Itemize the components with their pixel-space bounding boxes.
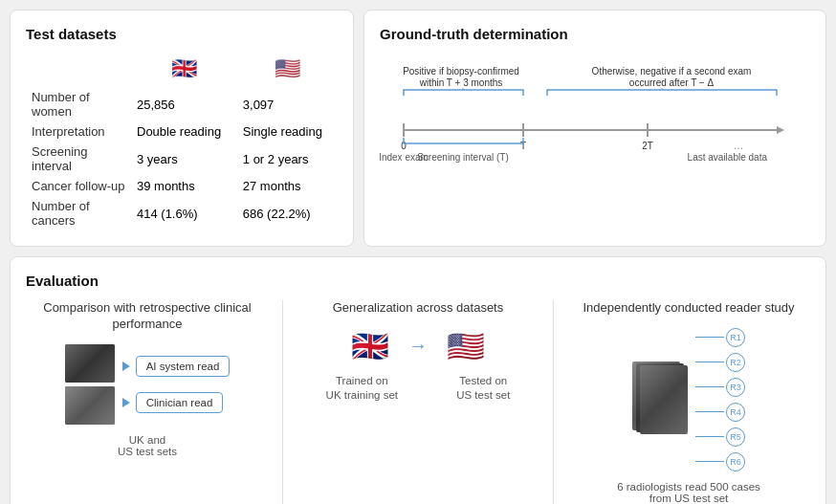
reader-study-section: Independently conducted reader study R1 … [567, 300, 810, 504]
us-flag: 🇺🇸 [237, 54, 338, 87]
row-us-0: 3,097 [237, 87, 338, 121]
row-us-1: Single reading [237, 121, 338, 142]
table-row: Number of women 25,856 3,097 [26, 87, 338, 121]
trained-label: Trained onUK training set [326, 374, 398, 403]
row-uk-3: 39 months [131, 176, 237, 196]
reader-line-3 [695, 411, 724, 412]
mammo-img-top [65, 344, 115, 383]
timeline-svg: Positive if biopsy-confirmed within T + … [380, 63, 810, 187]
ai-label: AI system read [136, 356, 231, 377]
reader-row-r5: R5 [695, 427, 745, 447]
us-flag-gen: 🇺🇸 [447, 328, 485, 364]
reader-row-r2: R2 [695, 353, 745, 372]
table-row: Screening interval 3 years 1 or 2 years [26, 142, 338, 176]
mammo-img-bottom [65, 386, 115, 425]
row-uk-2: 3 years [131, 142, 237, 176]
reader-circle-r2: R2 [726, 353, 745, 372]
arrow-box-group: AI system read Clinician read [122, 356, 231, 413]
reader-visual: R1 R2 R3 R4 R5 R6 [632, 328, 745, 471]
ground-truth-card: Ground-truth determination Positive if b… [363, 10, 826, 247]
row-us-3: 27 months [237, 176, 338, 196]
eval-content: Comparison with retrospective clinical p… [26, 300, 810, 504]
svg-text:Otherwise, negative if a secon: Otherwise, negative if a second exam [592, 66, 752, 77]
reader-circle-r1: R1 [726, 328, 745, 347]
comparison-visual: AI system read Clinician read [65, 344, 231, 425]
reader-line-1 [695, 362, 724, 362]
divider-1 [282, 300, 283, 504]
reader-row-r1: R1 [695, 328, 745, 347]
row-label-0: Number of women [26, 87, 131, 121]
test-datasets-card: Test datasets 🇬🇧 🇺🇸 Number of wo [10, 10, 354, 247]
ai-read-row: AI system read [122, 356, 231, 377]
svg-text:Positive if biopsy-confirmed: Positive if biopsy-confirmed [403, 66, 519, 77]
row-us-4: 686 (22.2%) [237, 196, 338, 230]
row-label-2: Screening interval [26, 142, 131, 176]
test-datasets-title: Test datasets [26, 26, 338, 42]
row-us-2: 1 or 2 years [237, 142, 338, 176]
gen-labels: Trained onUK training set Tested onUS te… [297, 374, 539, 403]
svg-text:occurred after T − Δ: occurred after T − Δ [629, 77, 715, 88]
gen-arrow: → [408, 335, 428, 357]
svg-text:Screening interval (T): Screening interval (T) [417, 152, 509, 163]
row-label-4: Number of cancers [26, 196, 131, 230]
reader-circle-r6: R6 [726, 452, 745, 471]
svg-text:Last available data: Last available data [688, 152, 768, 163]
comparison-bottom-label: UK andUS test sets [118, 434, 177, 457]
reader-circle-r4: R4 [726, 403, 745, 422]
reader-circle-r3: R3 [726, 378, 745, 397]
reader-line-2 [695, 386, 724, 387]
comparison-title: Comparison with retrospective clinical p… [26, 300, 269, 333]
mammo-layer-3 [640, 365, 688, 434]
table-row: Cancer follow-up 39 months 27 months [26, 176, 338, 196]
divider-2 [553, 300, 554, 504]
row-uk-4: 414 (1.6%) [131, 196, 237, 230]
clinician-arrow [122, 398, 130, 407]
mammogram-stack [65, 344, 115, 425]
top-row: Test datasets 🇬🇧 🇺🇸 Number of wo [10, 10, 826, 247]
row-uk-1: Double reading [131, 121, 237, 142]
reader-line-5 [695, 461, 724, 462]
svg-text:...: ... [734, 139, 743, 152]
reader-bottom-label: 6 radiologists read 500 casesfrom US tes… [617, 481, 760, 504]
generalization-section: Generalization across datasets 🇬🇧 → 🇺🇸 T… [297, 300, 539, 403]
row-uk-0: 25,856 [131, 87, 237, 121]
timeline-container: Positive if biopsy-confirmed within T + … [380, 54, 810, 209]
main-container: Test datasets 🇬🇧 🇺🇸 Number of wo [0, 0, 836, 504]
reader-line-0 [695, 337, 724, 338]
evaluation-title: Evaluation [26, 273, 810, 289]
reader-study-title: Independently conducted reader study [583, 300, 794, 317]
row-label-3: Cancer follow-up [26, 176, 131, 196]
reader-row-r3: R3 [695, 378, 745, 397]
reader-row-r4: R4 [695, 403, 745, 422]
reader-arrows: R1 R2 R3 R4 R5 R6 [695, 328, 745, 471]
svg-text:2T: 2T [642, 141, 653, 151]
reader-circle-r5: R5 [726, 427, 745, 447]
datasets-table: 🇬🇧 🇺🇸 Number of women 25,856 3,097 Inter… [26, 54, 338, 230]
tested-label: Tested onUS test set [456, 374, 510, 403]
reader-row-r6: R6 [695, 452, 745, 471]
evaluation-card: Evaluation Comparison with retrospective… [10, 256, 826, 504]
row-label-1: Interpretation [26, 121, 131, 142]
table-row: Number of cancers 414 (1.6%) 686 (22.2%) [26, 196, 338, 230]
reader-line-4 [695, 436, 724, 437]
table-row: Interpretation Double reading Single rea… [26, 121, 338, 142]
generalization-visual: 🇬🇧 → 🇺🇸 [351, 328, 485, 364]
clinician-label: Clinician read [136, 392, 224, 413]
generalization-title: Generalization across datasets [333, 300, 503, 317]
ground-truth-title: Ground-truth determination [380, 26, 810, 42]
ai-arrow [122, 362, 130, 371]
clinician-read-row: Clinician read [122, 392, 231, 413]
comparison-section: Comparison with retrospective clinical p… [26, 300, 269, 457]
svg-marker-7 [777, 126, 784, 134]
uk-flag: 🇬🇧 [131, 54, 237, 87]
svg-text:within T + 3 months: within T + 3 months [419, 77, 503, 88]
uk-flag-gen: 🇬🇧 [351, 328, 389, 364]
reader-mammo-stack [632, 362, 690, 438]
